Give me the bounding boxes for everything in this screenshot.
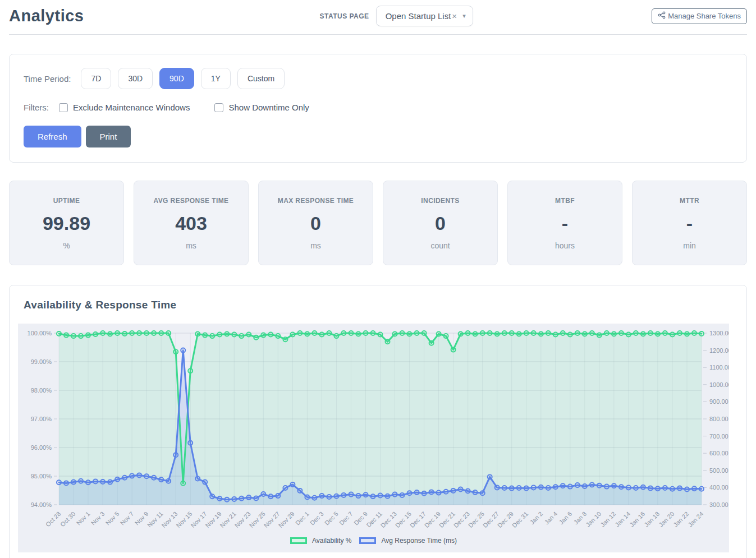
svg-text:Jan 24: Jan 24 bbox=[687, 510, 705, 528]
legend-label: Avg Response Time (ms) bbox=[381, 537, 457, 545]
clear-selection-icon[interactable]: × bbox=[452, 11, 457, 21]
status-page-selected-value: Open Startup List bbox=[386, 11, 451, 21]
stat-value: 403 bbox=[139, 213, 244, 234]
svg-text:Nov 3: Nov 3 bbox=[90, 510, 106, 527]
stat-unit: % bbox=[14, 241, 119, 250]
stat-card-mttr: MTTR - min bbox=[632, 181, 747, 265]
stat-card-max-response: MAX RESPONSE TIME 0 ms bbox=[258, 181, 373, 265]
svg-text:Oct 28: Oct 28 bbox=[44, 510, 62, 528]
stat-value: 0 bbox=[388, 213, 493, 234]
svg-text:Dec 31: Dec 31 bbox=[511, 510, 529, 529]
svg-text:Jan 22: Jan 22 bbox=[672, 510, 690, 528]
period-7d-button[interactable]: 7D bbox=[81, 68, 111, 89]
exclude-maintenance-label: Exclude Maintenance Windows bbox=[73, 103, 190, 112]
svg-text:700.00: 700.00 bbox=[709, 433, 728, 440]
page-title: Analytics bbox=[9, 7, 84, 25]
top-bar: Analytics STATUS PAGE Open Startup List … bbox=[0, 0, 756, 34]
stat-card-avg-response: AVG RESPONSE TIME 403 ms bbox=[134, 181, 249, 265]
svg-text:Nov 1: Nov 1 bbox=[75, 510, 91, 527]
svg-text:Jan 16: Jan 16 bbox=[628, 510, 646, 528]
chart-title: Availability & Response Time bbox=[24, 299, 738, 311]
period-90d-button[interactable]: 90D bbox=[159, 68, 194, 89]
stat-unit: count bbox=[388, 241, 493, 250]
stats-row: UPTIME 99.89 % AVG RESPONSE TIME 403 ms … bbox=[9, 181, 747, 265]
stat-unit: hours bbox=[512, 241, 617, 250]
chevron-down-icon[interactable]: ▾ bbox=[462, 12, 466, 20]
status-page-select[interactable]: Open Startup List × ▾ bbox=[376, 6, 473, 26]
legend-label: Availability % bbox=[312, 537, 351, 545]
svg-text:600.00: 600.00 bbox=[709, 450, 728, 456]
stat-unit: ms bbox=[139, 241, 244, 250]
manage-share-tokens-label: Manage Share Tokens bbox=[668, 12, 741, 20]
svg-text:Oct 30: Oct 30 bbox=[59, 510, 76, 528]
actions-row: Refresh Print bbox=[24, 126, 732, 147]
time-period-label: Time Period: bbox=[24, 74, 71, 84]
stat-card-uptime: UPTIME 99.89 % bbox=[9, 181, 124, 265]
stat-label: MTTR bbox=[637, 197, 742, 205]
stat-label: MAX RESPONSE TIME bbox=[263, 197, 368, 205]
exclude-maintenance-checkbox[interactable] bbox=[59, 103, 68, 112]
svg-text:1300.00: 1300.00 bbox=[709, 330, 729, 336]
svg-text:Dec 7: Dec 7 bbox=[338, 510, 354, 527]
svg-text:97.00%: 97.00% bbox=[31, 416, 52, 422]
svg-text:1000.00: 1000.00 bbox=[709, 381, 729, 388]
svg-text:Jan 4: Jan 4 bbox=[543, 510, 559, 526]
svg-text:Nov 29: Nov 29 bbox=[277, 510, 296, 529]
filters-row: Filters: Exclude Maintenance Windows Sho… bbox=[24, 103, 732, 112]
manage-share-tokens-button[interactable]: Manage Share Tokens bbox=[652, 8, 747, 24]
stat-label: MTBF bbox=[512, 197, 617, 205]
svg-text:Jan 20: Jan 20 bbox=[658, 510, 676, 528]
status-page-label: STATUS PAGE bbox=[319, 12, 369, 20]
print-button[interactable]: Print bbox=[86, 126, 131, 147]
svg-text:400.00: 400.00 bbox=[709, 484, 728, 491]
svg-text:Dec 5: Dec 5 bbox=[323, 510, 340, 527]
show-downtime-option[interactable]: Show Downtime Only bbox=[214, 103, 309, 112]
period-1y-button[interactable]: 1Y bbox=[201, 68, 231, 89]
period-30d-button[interactable]: 30D bbox=[118, 68, 153, 89]
chart-canvas[interactable]: 100.00%99.00%98.00%97.00%96.00%95.00%94.… bbox=[18, 324, 729, 552]
legend-item-response-time[interactable]: Avg Response Time (ms) bbox=[359, 537, 457, 545]
refresh-button[interactable]: Refresh bbox=[24, 126, 81, 147]
svg-text:1100.00: 1100.00 bbox=[709, 364, 729, 371]
svg-text:96.00%: 96.00% bbox=[31, 444, 52, 451]
filter-panel: Time Period: 7D 30D 90D 1Y Custom Filter… bbox=[9, 54, 747, 163]
svg-text:Jan 6: Jan 6 bbox=[558, 510, 574, 526]
header-divider bbox=[9, 34, 747, 35]
stat-label: INCIDENTS bbox=[388, 197, 493, 205]
availability-response-chart[interactable]: 100.00%99.00%98.00%97.00%96.00%95.00%94.… bbox=[18, 324, 729, 532]
stat-value: - bbox=[512, 213, 617, 234]
show-downtime-checkbox[interactable] bbox=[214, 103, 223, 112]
svg-text:1200.00: 1200.00 bbox=[709, 347, 729, 354]
svg-text:Dec 1: Dec 1 bbox=[294, 510, 310, 527]
show-downtime-label: Show Downtime Only bbox=[228, 103, 309, 112]
time-period-row: Time Period: 7D 30D 90D 1Y Custom bbox=[24, 68, 732, 89]
availability-swatch-icon bbox=[290, 537, 307, 544]
response-time-swatch-icon bbox=[359, 537, 376, 544]
stat-value: 99.89 bbox=[14, 213, 119, 234]
share-icon bbox=[658, 11, 666, 21]
exclude-maintenance-option[interactable]: Exclude Maintenance Windows bbox=[59, 103, 190, 112]
svg-text:300.00: 300.00 bbox=[709, 501, 728, 508]
svg-text:94.00%: 94.00% bbox=[31, 501, 52, 508]
legend-item-availability[interactable]: Availability % bbox=[290, 537, 351, 545]
svg-text:Dec 3: Dec 3 bbox=[309, 510, 325, 527]
svg-text:Jan 12: Jan 12 bbox=[599, 510, 617, 528]
stat-label: UPTIME bbox=[14, 197, 119, 205]
stat-unit: ms bbox=[263, 241, 368, 250]
period-custom-button[interactable]: Custom bbox=[237, 68, 285, 89]
svg-text:500.00: 500.00 bbox=[709, 467, 728, 474]
stat-value: - bbox=[637, 213, 742, 234]
status-page-group: STATUS PAGE Open Startup List × ▾ bbox=[319, 6, 473, 26]
svg-text:900.00: 900.00 bbox=[709, 398, 728, 405]
chart-legend: Availability % Avg Response Time (ms) bbox=[18, 534, 729, 549]
svg-text:Jan 18: Jan 18 bbox=[643, 510, 661, 528]
svg-text:99.00%: 99.00% bbox=[31, 358, 52, 365]
stat-card-mtbf: MTBF - hours bbox=[507, 181, 622, 265]
stat-label: AVG RESPONSE TIME bbox=[139, 197, 244, 205]
svg-text:Nov 7: Nov 7 bbox=[119, 510, 135, 527]
svg-text:98.00%: 98.00% bbox=[31, 387, 52, 394]
chart-panel: Availability & Response Time 100.00%99.0… bbox=[9, 285, 747, 558]
filters-label: Filters: bbox=[24, 103, 49, 112]
svg-text:800.00: 800.00 bbox=[709, 416, 728, 422]
stat-card-incidents: INCIDENTS 0 count bbox=[383, 181, 498, 265]
